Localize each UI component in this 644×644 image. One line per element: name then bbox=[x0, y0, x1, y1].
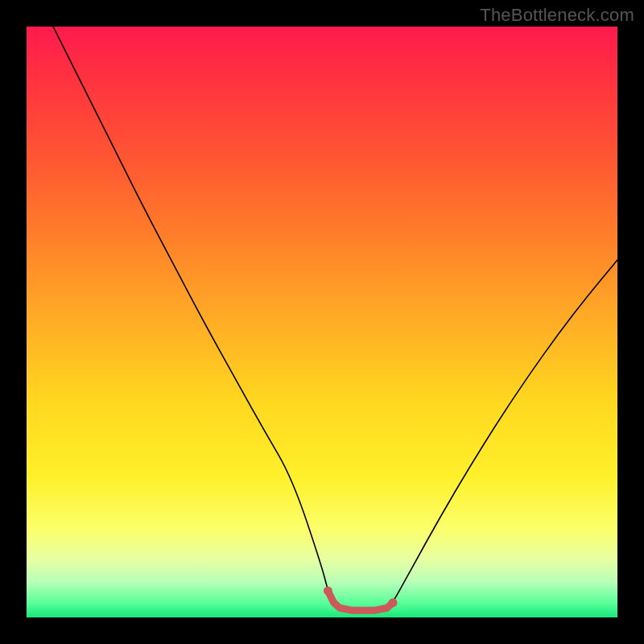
plot-area bbox=[27, 27, 617, 617]
watermark-text: TheBottleneck.com bbox=[480, 5, 634, 26]
chart-frame: TheBottleneck.com bbox=[0, 0, 644, 644]
svg-point-1 bbox=[389, 598, 398, 607]
bottleneck-highlight bbox=[27, 27, 617, 617]
svg-point-0 bbox=[324, 586, 332, 595]
